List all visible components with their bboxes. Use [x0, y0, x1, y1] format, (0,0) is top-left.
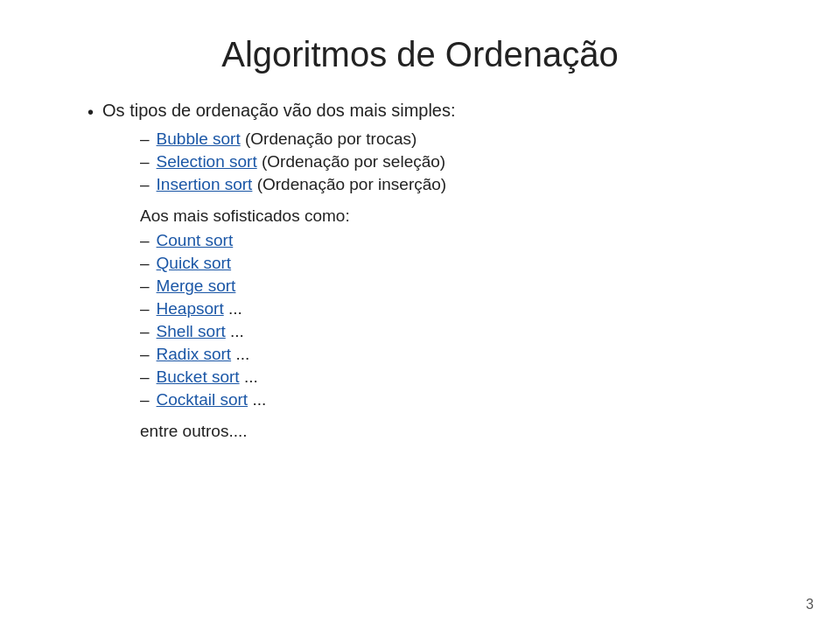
bullet-icon: •: [88, 102, 94, 122]
insertion-sort-desc: (Ordenação por inserção): [257, 175, 447, 193]
list-item: – Heapsort ...: [140, 299, 788, 318]
list-item: – Insertion sort (Ordenação por inserção…: [140, 175, 788, 194]
count-sort-link[interactable]: Count sort: [157, 231, 234, 250]
list-item: – Bucket sort ...: [140, 368, 788, 387]
cocktail-sort-link[interactable]: Cocktail sort: [157, 390, 248, 409]
main-bullet: • Os tipos de ordenação vão dos mais sim…: [88, 101, 788, 122]
bubble-sort-link[interactable]: Bubble sort: [157, 130, 241, 148]
list-item: – Count sort: [140, 231, 788, 250]
page-number: 3: [806, 597, 814, 612]
heapsort-suffix: ...: [228, 299, 242, 318]
list-item: – Merge sort: [140, 276, 788, 296]
simple-sorts-list: – Bubble sort (Ordenação por trocas) – S…: [140, 130, 788, 194]
selection-sort-link[interactable]: Selection sort: [157, 152, 257, 171]
cocktail-sort-suffix: ...: [252, 390, 266, 409]
list-item: – Selection sort (Ordenação por seleção): [140, 152, 788, 172]
quick-sort-link[interactable]: Quick sort: [157, 254, 232, 273]
list-item: – Shell sort ...: [140, 322, 788, 341]
list-item: – Cocktail sort ...: [140, 390, 788, 410]
shell-sort-suffix: ...: [230, 322, 244, 340]
list-item: – Bubble sort (Ordenação por trocas): [140, 130, 788, 149]
insertion-sort-link[interactable]: Insertion sort: [157, 175, 253, 193]
bucket-sort-link[interactable]: Bucket sort: [157, 368, 240, 386]
merge-sort-link[interactable]: Merge sort: [157, 276, 236, 296]
list-item: – Quick sort: [140, 254, 788, 273]
slide: Algoritmos de Ordenação • Os tipos de or…: [0, 0, 840, 630]
bubble-sort-desc: (Ordenação por trocas): [245, 130, 416, 148]
list-item: – Radix sort ...: [140, 345, 788, 364]
page-title: Algoritmos de Ordenação: [52, 35, 788, 74]
advanced-sorts-list: – Count sort – Quick sort – Merge sort –…: [140, 231, 788, 410]
selection-sort-desc: (Ordenação por seleção): [262, 152, 445, 171]
bucket-sort-suffix: ...: [244, 368, 258, 386]
radix-sort-suffix: ...: [235, 345, 249, 363]
radix-sort-link[interactable]: Radix sort: [157, 345, 232, 363]
heapsort-link[interactable]: Heapsort: [157, 299, 224, 318]
footer-text: entre outros....: [140, 422, 788, 441]
content-area: • Os tipos de ordenação vão dos mais sim…: [88, 101, 788, 441]
shell-sort-link[interactable]: Shell sort: [157, 322, 226, 340]
main-bullet-text: Os tipos de ordenação vão dos mais simpl…: [102, 101, 456, 121]
advanced-label: Aos mais sofisticados como:: [140, 206, 788, 226]
